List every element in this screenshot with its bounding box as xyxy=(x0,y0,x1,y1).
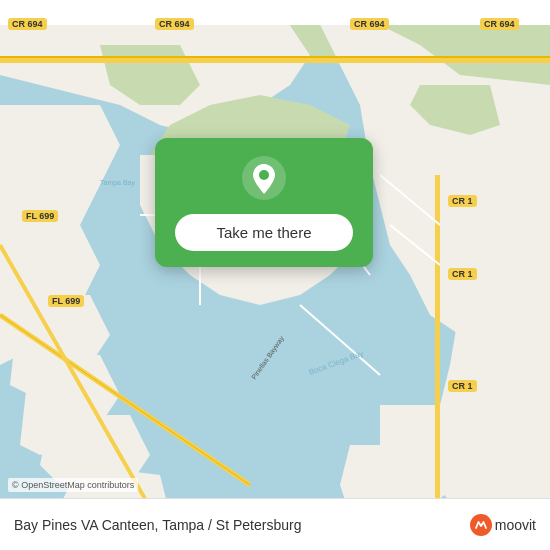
road-label-cr1-3: CR 1 xyxy=(448,380,477,392)
moovit-logo: moovit xyxy=(470,514,536,536)
take-me-there-button[interactable]: Take me there xyxy=(175,214,353,251)
action-card: Take me there xyxy=(155,138,373,267)
road-label-fl699-2: FL 699 xyxy=(48,295,84,307)
svg-point-17 xyxy=(259,170,269,180)
road-label-cr1-1: CR 1 xyxy=(448,195,477,207)
location-name: Bay Pines VA Canteen, Tampa / St Petersb… xyxy=(14,517,301,533)
road-label-cr1-2: CR 1 xyxy=(448,268,477,280)
osm-attribution: © OpenStreetMap contributors xyxy=(8,478,138,492)
road-label-cr694-4: CR 694 xyxy=(480,18,519,30)
bottom-bar: Bay Pines VA Canteen, Tampa / St Petersb… xyxy=(0,498,550,550)
road-label-fl699-1: FL 699 xyxy=(22,210,58,222)
map-container: Boca Ciega Bay Tampa Bay Pinellas Bayway… xyxy=(0,0,550,550)
svg-text:Tampa Bay: Tampa Bay xyxy=(100,179,136,187)
location-pin-icon xyxy=(242,156,286,200)
road-label-cr694-3: CR 694 xyxy=(350,18,389,30)
road-label-cr694-1: CR 694 xyxy=(8,18,47,30)
road-label-cr694-2: CR 694 xyxy=(155,18,194,30)
moovit-icon xyxy=(470,514,492,536)
svg-rect-5 xyxy=(435,175,440,525)
moovit-text: moovit xyxy=(495,517,536,533)
svg-rect-2 xyxy=(0,56,550,58)
